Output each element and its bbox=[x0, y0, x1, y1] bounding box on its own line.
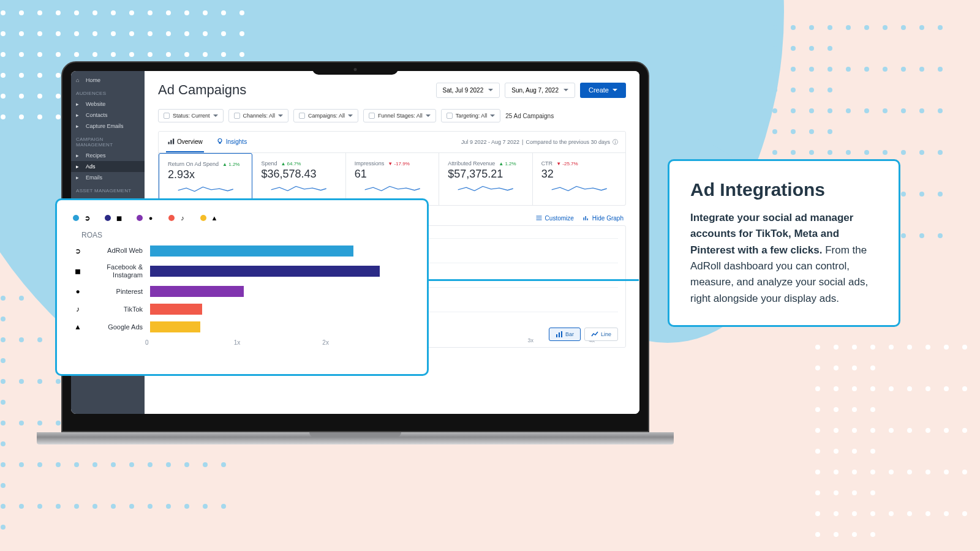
metric-delta: ▲ 64.7% bbox=[281, 161, 301, 167]
bar bbox=[150, 246, 353, 257]
metric-value: $36,578.43 bbox=[261, 168, 336, 181]
date-to-picker[interactable]: Sun, Aug 7, 2022 bbox=[505, 83, 575, 98]
filter-bar: Status: CurrentChannels: AllCampaigns: A… bbox=[158, 109, 626, 122]
filter-pill[interactable]: Targeting: All bbox=[441, 109, 501, 122]
bar-row: ● Pinterest bbox=[73, 286, 411, 297]
tab-label: Insights bbox=[226, 138, 247, 145]
laptop-notch bbox=[312, 64, 398, 75]
nav-icon: ▸ bbox=[76, 101, 82, 107]
chart-bar-button[interactable]: Bar bbox=[549, 328, 581, 341]
bar-label: TikTok bbox=[90, 305, 143, 313]
legend-item: ◼ bbox=[105, 214, 123, 222]
create-label: Create bbox=[589, 86, 609, 94]
metric-label: Return On Ad Spend bbox=[168, 161, 219, 167]
metric-delta: ▲ 1.2% bbox=[222, 162, 239, 167]
legend-dot bbox=[137, 215, 143, 221]
bar-icon bbox=[556, 331, 563, 338]
metric-card[interactable]: Attributed Revenue▲ 1.2% $57,375.21 bbox=[439, 153, 532, 205]
callout-body: Integrate your social ad manager account… bbox=[690, 210, 878, 307]
legend-item: ● bbox=[137, 214, 155, 222]
bulb-icon bbox=[216, 138, 224, 145]
svg-rect-1 bbox=[170, 140, 172, 144]
metric-card[interactable]: Return On Ad Spend▲ 1.2% 2.93x bbox=[159, 153, 252, 205]
metric-card[interactable]: Impressions▼ -17.9% 61 bbox=[346, 153, 439, 205]
bar-row: ◼ Facebook & Instagram bbox=[73, 263, 411, 279]
svg-point-3 bbox=[218, 139, 222, 143]
axis-tick: 1x bbox=[234, 339, 323, 346]
filter-label: Funnel Stages: All bbox=[378, 113, 423, 119]
bar bbox=[150, 266, 380, 277]
filter-pill[interactable]: Funnel Stages: All bbox=[363, 109, 436, 122]
callout-title: Ad Integrations bbox=[690, 179, 878, 200]
metric-value: 61 bbox=[355, 168, 430, 181]
nav-icon: ▸ bbox=[76, 174, 82, 181]
sidebar-home[interactable]: ⌂Home bbox=[71, 75, 145, 86]
nav-icon: ▸ bbox=[76, 163, 82, 170]
axis-tick: 2x bbox=[322, 339, 411, 346]
sidebar-label: Recipes bbox=[86, 152, 106, 159]
sidebar-item[interactable]: ▸Emails bbox=[71, 172, 145, 183]
sidebar-item[interactable]: ▸Website bbox=[71, 99, 145, 110]
bar-label: Facebook & Instagram bbox=[90, 263, 143, 279]
filter-label: Targeting: All bbox=[456, 113, 488, 119]
callout-connector bbox=[428, 279, 639, 281]
chart-line-button[interactable]: Line bbox=[584, 328, 618, 341]
svg-rect-7 bbox=[587, 219, 588, 220]
google-ads-icon: ▲ bbox=[210, 214, 219, 222]
filter-pill[interactable]: Channels: All bbox=[228, 109, 289, 122]
nav-icon: ▸ bbox=[76, 112, 82, 118]
tab-overview[interactable]: Overview bbox=[166, 132, 204, 152]
date-from-picker[interactable]: Sat, Jul 9 2022 bbox=[436, 83, 500, 98]
adroll-icon: ➲ bbox=[83, 214, 91, 222]
chart-legend: ➲◼●♪▲ bbox=[73, 214, 411, 222]
chevron-down-icon bbox=[278, 114, 283, 117]
legend-item: ♪ bbox=[168, 214, 187, 222]
create-button[interactable]: Create bbox=[580, 83, 626, 98]
svg-rect-9 bbox=[559, 332, 560, 337]
filter-pill[interactable]: Campaigns: All bbox=[293, 109, 358, 122]
chart-title: ROAS bbox=[81, 231, 411, 239]
bar bbox=[150, 286, 244, 297]
sidebar-section-header: CAMPAIGN MANAGEMENT bbox=[71, 132, 145, 150]
metric-label: CTR bbox=[541, 160, 553, 167]
bar bbox=[150, 304, 202, 315]
chart-icon bbox=[167, 138, 175, 145]
metric-label: Impressions bbox=[355, 160, 385, 167]
axis-tick: 0 bbox=[145, 339, 234, 346]
checkbox-icon bbox=[299, 113, 305, 119]
sidebar-item[interactable]: ▸Ads bbox=[71, 161, 145, 172]
axis-tick: 3x bbox=[527, 337, 533, 343]
sidebar-item[interactable]: ▸Recipes bbox=[71, 150, 145, 161]
bar bbox=[150, 321, 200, 332]
metric-delta: ▼ -25.7% bbox=[556, 161, 578, 167]
sparkline bbox=[168, 184, 243, 195]
sidebar-section-header: ASSET MANAGEMENT bbox=[71, 183, 145, 196]
bar-label: AdRoll Web bbox=[90, 247, 143, 255]
sidebar-label: Capture Emails bbox=[86, 123, 124, 129]
sidebar-item[interactable]: ▸Contacts bbox=[71, 110, 145, 121]
chart-icon bbox=[582, 214, 590, 222]
home-icon: ⌂ bbox=[76, 77, 82, 83]
checkbox-icon bbox=[234, 113, 240, 119]
sidebar-label: Ads bbox=[86, 163, 96, 170]
hide-graph-button[interactable]: Hide Graph bbox=[582, 214, 624, 222]
pinterest-icon: ● bbox=[73, 287, 83, 296]
filter-label: Status: Current bbox=[173, 113, 210, 119]
nav-icon: ▸ bbox=[76, 152, 82, 159]
date-range-display: Jul 9 2022 - Aug 7 2022|Compared to the … bbox=[461, 138, 618, 146]
metric-card[interactable]: Spend▲ 64.7% $36,578.43 bbox=[252, 153, 345, 205]
sidebar-item[interactable]: ▸Capture Emails bbox=[71, 121, 145, 132]
svg-rect-6 bbox=[585, 216, 586, 220]
filter-label: Channels: All bbox=[243, 113, 276, 119]
metric-card[interactable]: CTR▼ -25.7% 32 bbox=[533, 153, 625, 205]
customize-button[interactable]: Customize bbox=[535, 214, 574, 222]
dot-pattern bbox=[809, 338, 980, 551]
legend-dot bbox=[200, 215, 206, 221]
bar-row: ♪ TikTok bbox=[73, 304, 411, 315]
filter-pill[interactable]: Status: Current bbox=[158, 109, 224, 122]
metric-value: 32 bbox=[541, 168, 617, 181]
bar-label: Pinterest bbox=[90, 288, 143, 296]
sidebar-section-header: AUDIENCES bbox=[71, 86, 145, 99]
tab-insights[interactable]: Insights bbox=[215, 132, 248, 152]
svg-rect-4 bbox=[219, 143, 221, 144]
